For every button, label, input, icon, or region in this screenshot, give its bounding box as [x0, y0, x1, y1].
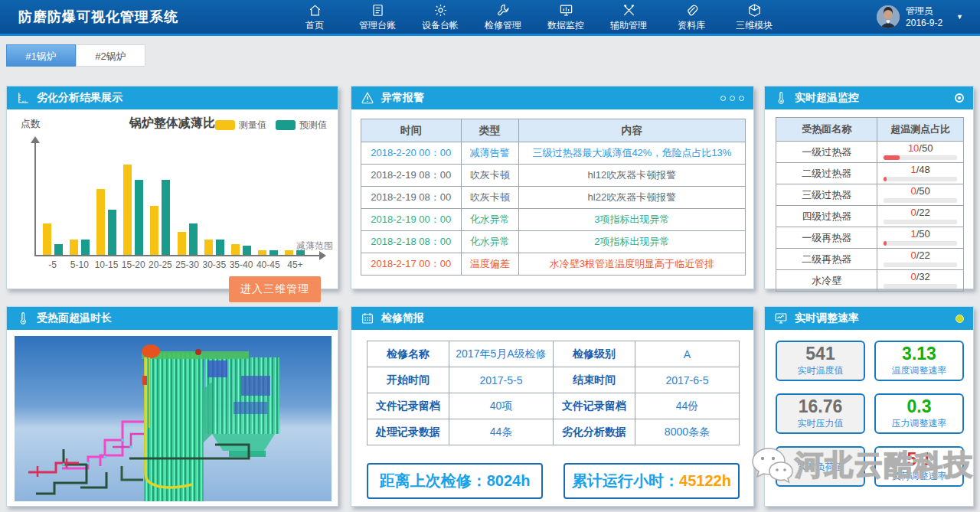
alarm-row: 2018-2-19 08：00吹灰卡顿hl12吹灰器卡顿报警	[361, 165, 746, 187]
panel-title: 实时调整速率	[795, 311, 859, 325]
ratio-progress-track	[884, 284, 957, 289]
x-tick-label: 30-35	[201, 259, 227, 270]
tab-boiler-2[interactable]: #2锅炉	[76, 44, 145, 67]
panel-overtemp-monitor: 实时超温监控 受热面名称超温测点占比一级过热器10/50二级过热器1/48三级过…	[764, 86, 974, 289]
tab-boiler-1[interactable]: #1锅炉	[6, 44, 76, 67]
overtemp-row: 水冷壁0/32	[776, 270, 964, 292]
overtemp-col-header: 超温测点占比	[877, 118, 964, 142]
overtemp-row: 四级过热器0/22	[776, 206, 964, 227]
cube-icon	[747, 2, 762, 18]
rate-label: 实时温度值	[798, 364, 844, 377]
rate-value: 3.13	[902, 344, 936, 364]
user-date: 2016-9-2	[906, 17, 942, 29]
legend-item: 测量值	[215, 119, 266, 132]
chevron-down-icon[interactable]: ▼	[956, 13, 963, 21]
alarm-content: 三级过热器最大减薄值42%，危险点占比13%	[518, 142, 745, 165]
ratio-progress-track	[884, 198, 957, 203]
rate-card: 实时负荷值	[776, 446, 865, 487]
rate-value: 5.1	[907, 450, 932, 469]
maintenance-value: 44条	[449, 419, 553, 445]
nav-item-gear[interactable]: 设备台帐	[419, 2, 462, 32]
button-label: 累计运行小时：	[572, 471, 679, 491]
legend-item: 预测值	[276, 119, 327, 132]
nav-item-ledger[interactable]: 管理台账	[356, 2, 399, 32]
user-name: 管理员	[906, 5, 942, 17]
bar-测量值	[150, 206, 158, 255]
panel-rates-header: 实时调整速率	[765, 307, 973, 330]
alarm-row: 2018-2-19 00：00化水异常3项指标出现异常	[361, 209, 746, 231]
alarm-time: 2018-2-20 00：00	[361, 142, 462, 165]
overtemp-ratio: 0/22	[877, 249, 964, 270]
rate-value: 16.76	[799, 397, 843, 416]
enter-3d-management-button[interactable]: 进入三维管理	[229, 276, 321, 302]
rate-label: 温度调整速率	[892, 364, 947, 377]
maintenance-value: 2017-6-5	[635, 367, 739, 393]
maintenance-value: 8000条条	[635, 419, 739, 445]
bar-预测值	[189, 223, 198, 255]
monitor-icon	[559, 2, 573, 18]
maintenance-row: 处理记录数据44条劣化分析数据8000条条	[368, 419, 740, 445]
x-tick-label: 45+	[282, 259, 309, 270]
nav-label: 三维模块	[736, 19, 773, 32]
bar-测量值	[43, 223, 51, 255]
nav-item-monitor[interactable]: 数据监控	[544, 2, 587, 32]
panel-title: 检修简报	[381, 311, 424, 325]
panel-radio-indicator[interactable]	[955, 93, 964, 103]
home-icon	[308, 2, 322, 18]
bar-group	[120, 165, 147, 255]
maintenance-label: 文件记录留档	[368, 393, 449, 419]
alarm-content: hl22吹灰器卡顿报警	[518, 187, 745, 209]
boiler-3d-view[interactable]	[15, 336, 332, 501]
ratio-value: 0/22	[884, 250, 957, 260]
panel-degradation-analysis: 劣化分析结果展示 点数 锅炉整体减薄比 测量值预测值 -55-1010-1515…	[6, 86, 338, 289]
total-running-hours-button[interactable]: 累计运行小时：45122h	[564, 463, 740, 499]
since-last-maintenance-button[interactable]: 距离上次检修：8024h	[367, 463, 543, 499]
surface-name: 四级过热器	[776, 206, 877, 227]
nav-item-paperclip[interactable]: 资料库	[670, 2, 713, 32]
x-axis	[34, 255, 321, 256]
alarm-col-header: 时间	[361, 119, 462, 142]
bar-预测值	[162, 180, 170, 255]
bar-测量值	[204, 240, 213, 255]
maintenance-label: 文件记录留档	[553, 393, 635, 419]
nav-item-home[interactable]: 首页	[293, 2, 336, 32]
nav-label: 设备台帐	[422, 19, 459, 32]
bar-group	[255, 165, 282, 255]
panel-realtime-rates: 实时调整速率 541实时温度值3.13温度调整速率16.76实时压力值0.3压力…	[764, 306, 974, 507]
maintenance-label: 开始时间	[368, 367, 449, 393]
bar-测量值	[231, 244, 240, 255]
bar-group	[66, 165, 93, 255]
bar-预测值	[54, 244, 63, 255]
rate-label: 实时负荷值	[798, 461, 844, 474]
nav-item-tools[interactable]: 辅助管理	[607, 2, 650, 32]
legend-label: 测量值	[239, 119, 266, 132]
rate-label: 压力调整速率	[892, 417, 947, 430]
alarm-type: 化水异常	[461, 231, 518, 253]
maintenance-label: 检修名称	[368, 341, 449, 367]
nav-item-wrench[interactable]: 检修管理	[482, 2, 524, 32]
avatar	[877, 5, 900, 28]
overtemp-ratio: 10/50	[877, 142, 964, 163]
panel-overtemp-header: 实时超温监控	[765, 86, 973, 109]
ratio-value: 0/50	[884, 186, 957, 196]
maintenance-value: 44份	[635, 393, 739, 419]
wrench-icon	[496, 2, 511, 18]
alarm-content: hl12吹灰器卡顿报警	[518, 165, 745, 187]
nav-item-cube[interactable]: 三维模块	[733, 2, 776, 32]
overtemp-row: 三级过热器0/50	[776, 184, 964, 206]
panel-options-dots[interactable]	[720, 96, 744, 101]
panel-title: 受热面超温时长	[37, 311, 112, 325]
maintenance-label: 劣化分析数据	[553, 419, 635, 445]
panel-status-dot[interactable]	[956, 315, 964, 323]
ruler-icon	[16, 91, 30, 105]
bar-测量值	[70, 240, 78, 255]
chart-bars	[39, 165, 309, 255]
nav-label: 资料库	[678, 19, 705, 32]
ratio-progress-fill	[884, 155, 900, 160]
maintenance-value: A	[635, 341, 739, 367]
rate-label: 负荷调整速率	[892, 470, 947, 483]
alarm-row: 2018-2-20 00：00减薄告警三级过热器最大减薄值42%，危险点占比13…	[361, 142, 746, 165]
ratio-progress-track	[884, 177, 957, 181]
user-info[interactable]: 管理员 2016-9-2 ▼	[877, 5, 963, 29]
ratio-progress-fill	[884, 241, 887, 246]
